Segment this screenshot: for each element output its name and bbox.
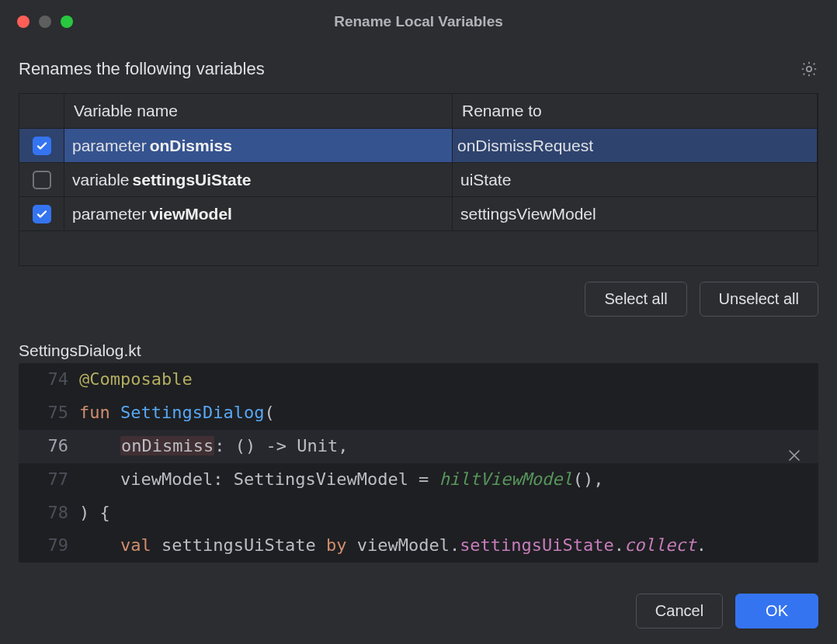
window-close-button[interactable] [17, 16, 30, 28]
cancel-button[interactable]: Cancel [636, 594, 723, 628]
rename-value: settingsViewModel [460, 205, 596, 223]
rename-value: uiState [460, 171, 511, 189]
table-cell-name[interactable]: parameter onDismiss [64, 129, 453, 163]
punct-token: ( [264, 403, 274, 422]
table-header-check [19, 94, 64, 129]
checkbox-checked-icon[interactable] [33, 137, 51, 155]
punct-token: ) { [79, 503, 110, 522]
checkbox-checked-icon[interactable] [33, 205, 51, 223]
table-cell-rename[interactable]: uiState [453, 163, 818, 197]
table-cell-rename[interactable]: settingsViewModel [453, 197, 818, 231]
variable-name: settingsUiState [133, 171, 252, 189]
select-all-button[interactable]: Select all [585, 282, 686, 317]
punct-token: : [213, 469, 234, 489]
punct-token: (), [573, 469, 604, 489]
code-line: 77 viewModel: SettingsViewModel = hiltVi… [19, 463, 818, 497]
rename-input[interactable] [457, 137, 812, 155]
line-number: 79 [19, 529, 79, 563]
table-cell-rename[interactable] [453, 129, 818, 163]
line-number: 74 [19, 363, 79, 396]
line-number: 77 [19, 463, 79, 497]
table-header-name: Variable name [64, 94, 453, 129]
punct-token: . [614, 535, 624, 555]
type-token: : () -> Unit, [214, 436, 348, 455]
code-preview: 74 @Composable 75 fun SettingsDialog( 76… [19, 363, 818, 563]
property-token: collect [624, 535, 696, 555]
annotation-token: @Composable [79, 369, 193, 389]
titlebar: Rename Local Variables [0, 0, 837, 43]
table-spacer [19, 231, 818, 265]
keyword-token: fun [79, 403, 110, 422]
highlighted-token: onDismiss [120, 436, 214, 455]
window-maximize-button[interactable] [61, 16, 73, 28]
type-token: SettingsViewModel [234, 469, 408, 489]
function-name-token: SettingsDialog [120, 403, 264, 422]
traffic-lights [17, 16, 73, 28]
dialog-subtitle: Renames the following variables [19, 59, 265, 79]
variable-kind-label: parameter [72, 205, 147, 223]
identifier-token: viewModel. [357, 535, 460, 555]
table-cell-name[interactable]: variable settingsUiState [64, 163, 453, 197]
checkbox-unchecked-icon[interactable] [33, 171, 51, 189]
variables-table: Variable name Rename to parameter onDism… [19, 93, 818, 266]
param-token: viewModel [120, 469, 213, 489]
svg-point-0 [807, 67, 811, 71]
code-line: 75 fun SettingsDialog( [19, 396, 818, 430]
punct-token: = [408, 469, 439, 489]
table-cell-check[interactable] [19, 163, 64, 197]
code-line: 76 onDismiss: () -> Unit, [19, 430, 818, 463]
variable-kind-label: variable [72, 171, 130, 189]
punct-token: . [696, 535, 707, 555]
code-line: 74 @Composable [19, 363, 818, 396]
gear-icon[interactable] [800, 60, 818, 78]
table-cell-check[interactable] [19, 129, 64, 163]
window-minimize-button[interactable] [39, 16, 51, 28]
unselect-all-button[interactable]: Unselect all [700, 282, 818, 317]
variable-name: viewModel [150, 205, 232, 223]
code-line: 78 ) { [19, 497, 818, 530]
table-cell-check[interactable] [19, 197, 64, 231]
keyword-token: by [326, 535, 347, 555]
call-token: hiltViewModel [439, 469, 573, 489]
window-title: Rename Local Variables [0, 13, 837, 30]
variable-kind-label: parameter [72, 137, 147, 155]
table-cell-name[interactable]: parameter viewModel [64, 197, 453, 231]
variable-name: onDismiss [150, 137, 232, 155]
property-token: settingsUiState [460, 535, 614, 555]
table-header-rename: Rename to [453, 94, 818, 129]
close-icon[interactable] [787, 441, 801, 474]
ok-button[interactable]: OK [735, 594, 818, 628]
identifier-token: settingsUiState [161, 535, 316, 555]
line-number: 78 [19, 497, 79, 530]
code-line: 79 val settingsUiState by viewModel.sett… [19, 529, 818, 563]
line-number: 76 [19, 430, 79, 463]
keyword-token: val [120, 535, 151, 555]
line-number: 75 [19, 396, 79, 430]
file-name-label: SettingsDialog.kt [19, 341, 818, 360]
